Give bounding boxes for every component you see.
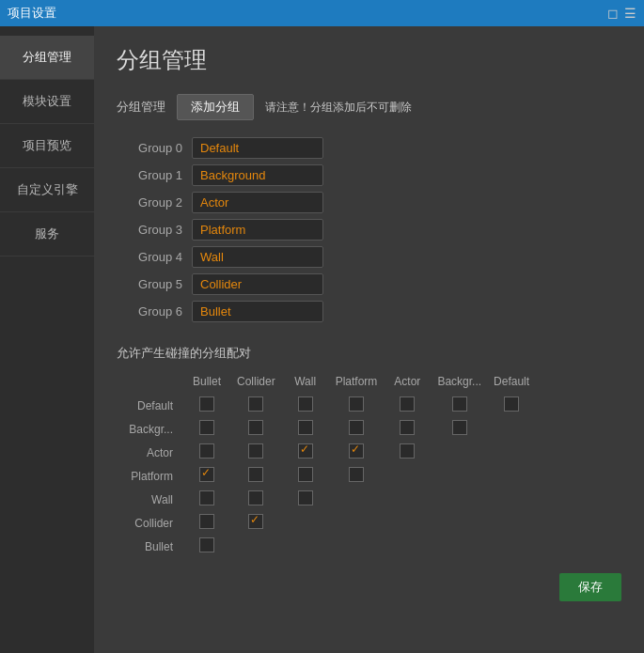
col-header-background: Backgr... [432, 375, 487, 394]
row-label-background: Backgr... [117, 417, 182, 441]
col-header-platform: Platform [330, 375, 384, 394]
sidebar-item-module-settings[interactable]: 模块设置 [0, 80, 94, 124]
col-header-bullet: Bullet [182, 375, 231, 394]
checkbox[interactable] [452, 420, 467, 435]
row-label-bullet: Bullet [117, 535, 182, 558]
group-label-6: Group 6 [117, 304, 182, 319]
checkbox[interactable] [400, 443, 415, 459]
window-controls: ◻ ☰ [607, 6, 636, 21]
group-input-6[interactable] [192, 301, 323, 322]
checkbox[interactable] [248, 490, 263, 505]
cb-cell-empty [231, 535, 281, 558]
cb-cell [281, 464, 330, 488]
cb-cell-empty [487, 441, 536, 464]
cb-cell-empty [432, 464, 487, 488]
col-empty [117, 375, 182, 394]
table-row: Backgr... [117, 417, 536, 441]
checkbox[interactable] [199, 514, 214, 529]
cb-cell [383, 417, 432, 441]
checkbox[interactable] [349, 467, 364, 482]
cb-cell-empty [383, 464, 432, 488]
checkbox-checked[interactable] [349, 443, 364, 459]
cb-cell-empty [432, 441, 487, 464]
cb-cell-empty [330, 488, 384, 511]
checkbox[interactable] [248, 420, 263, 435]
cb-cell-empty [487, 511, 536, 535]
checkbox[interactable] [298, 420, 313, 435]
cb-cell-empty [330, 511, 384, 535]
checkbox[interactable] [400, 396, 415, 412]
checkbox[interactable] [199, 490, 214, 505]
warning-text: 请注意！分组添加后不可删除 [265, 100, 412, 116]
cb-cell-empty [383, 488, 432, 511]
group-label-0: Group 0 [117, 141, 182, 155]
row-label-default: Default [117, 394, 182, 417]
checkbox[interactable] [248, 467, 263, 482]
group-input-3[interactable] [192, 219, 323, 241]
cb-cell [231, 511, 281, 535]
group-input-5[interactable] [192, 273, 323, 295]
cb-cell [330, 417, 384, 441]
col-header-collider: Collider [231, 375, 281, 394]
group-list: Group 0 Group 1 Group 2 Group 3 Group 4 [117, 137, 621, 322]
checkbox-checked[interactable] [199, 467, 214, 482]
checkbox-checked[interactable] [248, 514, 263, 529]
cb-cell-empty [330, 535, 384, 558]
cb-cell-empty [281, 535, 330, 558]
add-group-button[interactable]: 添加分组 [177, 94, 254, 120]
checkbox-checked[interactable] [298, 443, 313, 459]
table-row: Wall [117, 488, 536, 511]
checkbox[interactable] [199, 537, 214, 552]
cb-cell-empty [281, 511, 330, 535]
checkbox[interactable] [199, 396, 214, 412]
group-label-5: Group 5 [117, 277, 182, 291]
group-label-2: Group 2 [117, 195, 182, 210]
sidebar-item-custom-engine[interactable]: 自定义引擎 [0, 168, 94, 212]
checkbox[interactable] [452, 396, 467, 412]
cb-cell-empty [432, 511, 487, 535]
sidebar-item-service[interactable]: 服务 [0, 212, 94, 257]
cb-cell-empty [487, 464, 536, 488]
col-header-default: Default [487, 375, 536, 394]
checkbox[interactable] [298, 396, 313, 412]
group-label-3: Group 3 [117, 223, 182, 237]
sidebar-item-project-preview[interactable]: 项目预览 [0, 124, 94, 168]
group-row: Group 6 [117, 301, 621, 322]
cb-cell [231, 417, 281, 441]
group-row: Group 0 [117, 137, 621, 159]
group-input-2[interactable] [192, 192, 323, 213]
group-input-1[interactable] [192, 164, 323, 186]
cb-cell-empty [432, 488, 487, 511]
cb-cell [231, 394, 281, 417]
checkbox[interactable] [349, 420, 364, 435]
cb-cell [182, 464, 231, 488]
table-row: Default [117, 394, 536, 417]
checkbox[interactable] [349, 396, 364, 412]
checkbox[interactable] [504, 396, 519, 412]
cb-cell [231, 488, 281, 511]
group-row: Group 3 [117, 219, 621, 241]
sidebar-item-group-mgmt[interactable]: 分组管理 [0, 36, 94, 80]
cb-cell-empty [487, 417, 536, 441]
cb-cell [432, 417, 487, 441]
restore-icon[interactable]: ◻ [607, 6, 619, 21]
checkbox[interactable] [298, 467, 313, 482]
cb-cell [383, 441, 432, 464]
checkbox[interactable] [199, 420, 214, 435]
row-label-wall: Wall [117, 488, 182, 511]
checkbox[interactable] [298, 490, 313, 505]
row-label-platform: Platform [117, 464, 182, 488]
checkbox[interactable] [400, 420, 415, 435]
cb-cell-empty [432, 535, 487, 558]
save-button[interactable]: 保存 [559, 573, 621, 601]
col-header-wall: Wall [281, 375, 330, 394]
checkbox[interactable] [248, 396, 263, 412]
group-input-4[interactable] [192, 246, 323, 268]
title-bar: 项目设置 ◻ ☰ [0, 0, 644, 26]
menu-icon[interactable]: ☰ [624, 6, 636, 21]
checkbox[interactable] [248, 443, 263, 459]
group-input-0[interactable] [192, 137, 323, 159]
section-label: 分组管理 [117, 99, 165, 116]
checkbox[interactable] [199, 443, 214, 459]
cb-cell [281, 417, 330, 441]
